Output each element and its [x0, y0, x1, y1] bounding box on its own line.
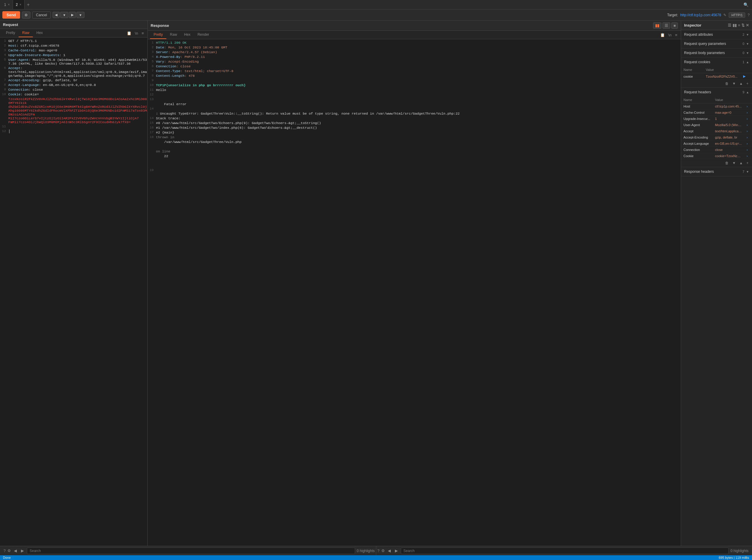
request-headers-down-btn[interactable]: ▼ [731, 160, 737, 166]
request-header-row: Upgrade-Insecur...1› [681, 116, 752, 122]
request-cookie-arrow-1[interactable]: ▶ [741, 73, 752, 80]
inspector-list-icon[interactable]: ☰ [728, 23, 731, 27]
response-search-input[interactable] [401, 547, 729, 554]
response-copy-icon[interactable]: 📋 [659, 32, 666, 38]
response-bottom-help-icon[interactable]: ? [378, 548, 380, 553]
inspector-sort-icon[interactable]: ⇅ [741, 23, 745, 27]
inspector-section-request-headers-header[interactable]: Request headers 9 ▲ [681, 88, 752, 97]
tab-add-button[interactable]: + [24, 2, 32, 7]
request-tab-pretty[interactable]: Pretty [2, 29, 19, 37]
request-header-arrow[interactable]: › [744, 134, 752, 141]
nav-next-button[interactable]: ▶ [69, 12, 76, 18]
request-header-arrow[interactable]: › [744, 153, 752, 159]
request-bottom-help-icon[interactable]: ? [3, 548, 6, 553]
request-code-area[interactable]: 1GET / HTTP/1.12Host: ctf.tcp1p.com:4567… [0, 38, 147, 546]
inspector-close-icon[interactable]: ✕ [746, 23, 749, 27]
response-tab-pretty[interactable]: Pretty [150, 31, 166, 39]
request-header-row: Connectionclose› [681, 147, 752, 153]
line-number: 10 [0, 93, 8, 97]
inspector-section-request-attributes: Request attributes 2 ▼ [681, 30, 752, 39]
request-header-row: User-AgentMozilla/5.0 (Wind...› [681, 122, 752, 128]
inspector-split-icon[interactable]: ▮▮ [732, 23, 737, 27]
line-text: Connection: close [8, 88, 147, 92]
inspector-section-request-query-header[interactable]: Request query parameters 0 ▼ [681, 39, 752, 48]
inspector-section-request-headers-title: Request headers [684, 90, 743, 94]
request-header-arrow[interactable]: › [744, 128, 752, 134]
line-text: TzoxNzoiR2FkZ2V0VHJlZVZhbGlkYXRvcl9jTWiO… [8, 97, 147, 124]
line-text: Connection: close [156, 64, 681, 68]
request-cookies-down-btn[interactable]: ▼ [731, 81, 737, 86]
inspector-section-request-attributes-title: Request attributes [684, 33, 743, 37]
request-wrap-icon[interactable]: \n [134, 31, 139, 36]
edit-target-icon[interactable]: ✎ [723, 13, 726, 17]
inspector-section-request-attributes-count: 2 [743, 33, 744, 36]
response-tab-raw[interactable]: Raw [166, 31, 181, 39]
request-tab-hex[interactable]: Hex [33, 29, 46, 37]
request-header-arrow[interactable]: › [744, 141, 752, 147]
request-header-arrow[interactable]: › [744, 147, 752, 153]
line-text: Cookie: cookie= [8, 93, 147, 97]
nav-prev-button[interactable]: ◀ [53, 12, 60, 18]
nav-next-dropdown[interactable]: ▼ [77, 12, 84, 18]
request-menu-icon[interactable]: ≡ [140, 31, 145, 36]
request-header-row: Accepttext/html,applicat...› [681, 128, 752, 134]
help-icon[interactable]: ? [748, 13, 750, 17]
request-bottom-nav-prev[interactable]: ◀ [13, 548, 18, 554]
send-button[interactable]: Send [2, 11, 20, 19]
request-headers-add-btn[interactable]: + [745, 160, 750, 166]
request-header-row: Cookiecookie=TzoxNzoi...› [681, 153, 752, 159]
response-line [148, 144, 681, 149]
line-text [8, 125, 147, 129]
http-version-badge[interactable]: HTTP/1 [729, 13, 745, 18]
inspector-section-request-body-header[interactable]: Request body parameters 0 ▼ [681, 48, 752, 57]
request-tab-raw[interactable]: Raw [19, 29, 33, 37]
request-header-arrow[interactable]: › [744, 109, 752, 116]
request-cookies-up-btn[interactable]: ▲ [738, 81, 744, 86]
response-wrap-icon[interactable]: \n [667, 32, 673, 38]
response-menu-icon[interactable]: ≡ [674, 32, 678, 38]
response-view-list[interactable]: ☰ [663, 22, 670, 29]
tab-2-close[interactable]: × [20, 3, 21, 6]
request-bottom-settings-icon[interactable]: ⚙ [7, 548, 11, 553]
request-copy-icon[interactable]: 📋 [125, 31, 133, 36]
request-bottom-nav-next[interactable]: ▶ [20, 548, 25, 554]
response-code-area[interactable]: 1HTTP/1.1 200 OK2Date: Mon, 16 Oct 2023 … [148, 39, 681, 546]
tab-1[interactable]: 1 × [1, 0, 13, 9]
line-text: #2 {main} [156, 131, 681, 135]
request-search-input[interactable] [27, 547, 355, 554]
inspector-header-icons: ☰ ▮▮ ≡ ⇅ ✕ [728, 23, 749, 27]
nav-prev-dropdown[interactable]: ▼ [60, 12, 68, 18]
response-view-full[interactable]: ■ [671, 22, 678, 29]
line-number: 6 [148, 64, 156, 68]
response-tab-render[interactable]: Render [194, 31, 213, 39]
settings-button[interactable]: ⚙ [22, 12, 31, 19]
request-header-arrow[interactable]: › [744, 116, 752, 122]
response-bottom-nav-prev[interactable]: ◀ [387, 548, 392, 554]
line-text [156, 79, 681, 83]
request-header-arrow[interactable]: › [744, 103, 752, 109]
request-headers-up-btn[interactable]: ▲ [738, 160, 744, 166]
response-bottom-settings-icon[interactable]: ⚙ [381, 548, 385, 553]
request-headers-delete-btn[interactable]: 🗑 [724, 160, 730, 166]
line-number [148, 159, 156, 163]
inspector-section-response-headers-header[interactable]: Response headers 7 ▼ [681, 167, 752, 176]
tab-1-close[interactable]: × [8, 3, 10, 6]
inspector-section-request-attributes-header[interactable]: Request attributes 2 ▼ [681, 30, 752, 39]
request-line: 10Cookie: cookie= [0, 92, 147, 97]
response-view-split[interactable]: ▮▮ [653, 22, 661, 29]
line-text: /var/www/html/src/GadgetThree/Vuln.php [156, 140, 681, 144]
response-tab-hex[interactable]: Hex [181, 31, 194, 39]
line-text: TCP1P{unserialize in php go brrrrrrrrr o… [156, 83, 681, 87]
tab-2[interactable]: 2 × [13, 0, 25, 9]
request-cookies-col-actions [741, 66, 752, 73]
response-bottom-nav-next[interactable]: ▶ [394, 548, 399, 554]
inspector-section-request-cookies-count: 1 [743, 60, 744, 64]
cancel-button[interactable]: Cancel [32, 12, 51, 19]
target-url[interactable]: http://ctf.tcp1p.com:45678 [680, 13, 721, 17]
request-header-arrow[interactable]: › [744, 122, 752, 128]
request-cookies-add-btn[interactable]: + [745, 81, 750, 86]
request-cookies-delete-btn[interactable]: 🗑 [724, 81, 730, 86]
inspector-section-request-cookies-header[interactable]: Request cookies 1 ▲ [681, 58, 752, 66]
tab-search-icon[interactable]: 🔍 [741, 1, 751, 8]
inspector-align-icon[interactable]: ≡ [738, 23, 740, 27]
